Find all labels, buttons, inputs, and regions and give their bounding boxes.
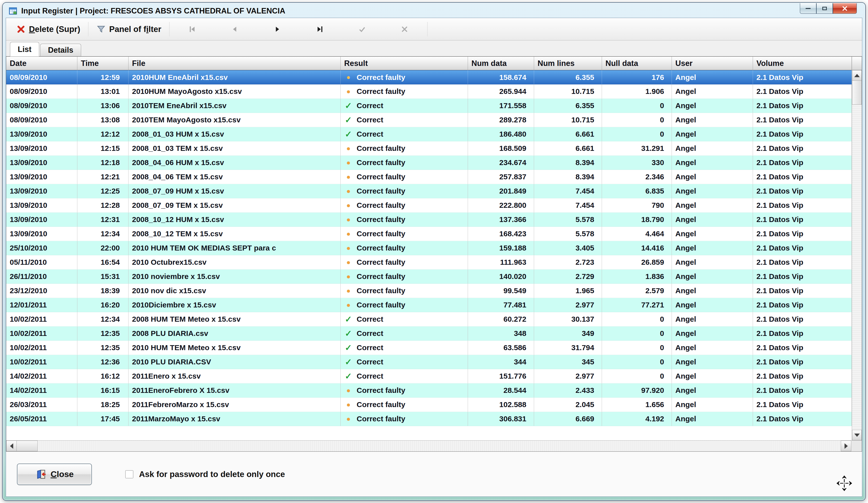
column-header-user[interactable]: User: [672, 57, 753, 70]
column-header-null-data[interactable]: Null data: [602, 57, 672, 70]
column-header-num-lines[interactable]: Num lines: [534, 57, 602, 70]
horizontal-scroll-thumb[interactable]: [17, 441, 38, 451]
column-header-file[interactable]: File: [128, 57, 341, 70]
table-row[interactable]: 13/09/2010 12:34 2008_10_12 TEM x 15.csv…: [6, 227, 852, 241]
panel-of-filter-button[interactable]: Panel of filter: [90, 20, 168, 39]
scroll-down-button[interactable]: [852, 430, 862, 440]
table-row[interactable]: 14/02/2011 16:12 2011Enero x 15.csv ✓ Co…: [6, 369, 852, 383]
cell-file: 2010TEM MayoAgosto x15.csv: [128, 113, 341, 127]
delete-icon: [17, 25, 25, 34]
table-row[interactable]: 08/09/2010 12:59 2010HUM EneAbril x15.cs…: [6, 70, 852, 84]
delete-button[interactable]: Delete (Supr): [10, 20, 86, 39]
cell-volume: 2.1 Datos Vip: [753, 255, 852, 270]
result-status-icon: ●: [344, 301, 353, 309]
tab-list[interactable]: List: [10, 42, 39, 57]
table-row[interactable]: 08/09/2010 13:08 2010TEM MayoAgosto x15.…: [6, 113, 852, 127]
maximize-icon: [822, 7, 827, 10]
table-row[interactable]: 08/09/2010 13:01 2010HUM MayoAgosto x15.…: [6, 84, 852, 99]
delete-button-label: Delete (Supr): [29, 24, 80, 34]
table-row[interactable]: 13/09/2010 12:21 2008_04_06 TEM x 15.csv…: [6, 170, 852, 184]
table-row[interactable]: 13/09/2010 12:31 2008_10_12 HUM x 15.csv…: [6, 212, 852, 227]
table-row[interactable]: 25/10/2010 22:00 2010 HUM TEM OK MEDIAS …: [6, 241, 852, 255]
horizontal-scroll-track[interactable]: [38, 441, 841, 451]
result-text: Correct: [356, 372, 383, 380]
table-row[interactable]: 23/12/2010 18:39 2010 nov dic x15.csv ● …: [6, 284, 852, 298]
cell-volume: 2.1 Datos Vip: [753, 298, 852, 312]
cell-file: 2010 Octubrex15.csv: [128, 255, 341, 270]
cell-num-lines: 6.669: [534, 412, 602, 426]
nav-first-button[interactable]: [171, 21, 214, 38]
scroll-up-button[interactable]: [852, 70, 862, 81]
cell-time: 12:21: [78, 170, 128, 184]
table-row[interactable]: 10/02/2011 12:34 2008 HUM TEM Meteo x 15…: [6, 312, 852, 326]
cell-num-lines: 3.405: [534, 241, 602, 255]
cell-date: 14/02/2011: [6, 383, 78, 398]
nav-edit-button[interactable]: [341, 21, 383, 38]
cell-result: ● Correct faulty: [341, 241, 468, 255]
table-row[interactable]: 08/09/2010 13:06 2010TEM EneAbril x15.cs…: [6, 99, 852, 113]
close-button[interactable]: Close: [17, 464, 92, 485]
table-row[interactable]: 13/09/2010 12:15 2008_01_03 TEM x 15.csv…: [6, 141, 852, 155]
cell-date: 13/09/2010: [6, 212, 78, 227]
table-row[interactable]: 13/09/2010 12:18 2008_04_06 HUM x 15.csv…: [6, 155, 852, 170]
nav-next-button[interactable]: [256, 21, 299, 38]
move-handle[interactable]: [835, 474, 854, 493]
close-button-label: Close: [51, 469, 74, 479]
cell-num-lines: 31.794: [534, 341, 602, 355]
column-header-result[interactable]: Result: [341, 57, 468, 70]
table-row[interactable]: 10/02/2011 12:36 2010 PLU DIARIA.CSV ✓ C…: [6, 355, 852, 369]
scroll-right-button[interactable]: [841, 441, 851, 451]
table-row[interactable]: 13/09/2010 12:28 2008_07_09 TEM x 15.csv…: [6, 198, 852, 212]
arrow-left-icon: [10, 443, 13, 449]
nav-last-button[interactable]: [299, 21, 341, 38]
table-row[interactable]: 05/11/2010 16:54 2010 Octubrex15.csv ● C…: [6, 255, 852, 270]
table-row[interactable]: 26/05/2011 17:45 2011MarzoMayo x 15.csv …: [6, 412, 852, 426]
password-checkbox-label: Ask for password to delete only once: [139, 470, 285, 479]
cell-user: Angel: [672, 341, 753, 355]
cell-user: Angel: [672, 284, 753, 298]
cell-file: 2010TEM EneAbril x15.csv: [128, 99, 341, 113]
cell-date: 08/09/2010: [6, 70, 78, 84]
table-row[interactable]: 10/02/2011 12:35 2010 HUM TEM Meteo x 15…: [6, 341, 852, 355]
table-row[interactable]: 26/11/2010 15:31 2010 noviembre x 15.csv…: [6, 270, 852, 284]
result-status-icon: ●: [344, 244, 353, 252]
table-row[interactable]: 13/09/2010 12:12 2008_01_03 HUM x 15.csv…: [6, 127, 852, 141]
vertical-scroll-thumb[interactable]: [852, 81, 862, 105]
result-text: Correct faulty: [356, 173, 405, 181]
column-header-num-data[interactable]: Num data: [468, 57, 534, 70]
result-status-icon: ●: [344, 259, 353, 266]
table-row[interactable]: 12/01/2011 16:20 2010Diciembre x 15.csv …: [6, 298, 852, 312]
cell-result: ● Correct faulty: [341, 184, 468, 198]
minimize-button[interactable]: [800, 3, 816, 14]
maximize-button[interactable]: [816, 3, 833, 14]
table-row[interactable]: 26/03/2011 18:25 2011FebreroMarzo x 15.c…: [6, 398, 852, 412]
cell-result: ✓ Correct: [341, 113, 468, 127]
scroll-left-button[interactable]: [6, 441, 17, 451]
close-window-button[interactable]: [833, 3, 857, 14]
cell-date: 08/09/2010: [6, 113, 78, 127]
arrow-right-icon: [845, 443, 848, 449]
table-row[interactable]: 10/02/2011 12:35 2008 PLU DIARIA.csv ✓ C…: [6, 326, 852, 341]
cell-num-lines: 8.394: [534, 155, 602, 170]
vertical-scroll-track[interactable]: [852, 105, 862, 430]
result-text: Correct faulty: [356, 201, 405, 210]
nav-cancel-button[interactable]: [383, 21, 426, 38]
password-checkbox[interactable]: [125, 470, 133, 478]
toolbar: Delete (Supr) Panel of filter: [6, 18, 862, 40]
column-header-volume[interactable]: Volume: [753, 57, 852, 70]
cell-user: Angel: [672, 113, 753, 127]
tab-details[interactable]: Details: [40, 44, 81, 56]
column-header-time[interactable]: Time: [78, 57, 128, 70]
table-row[interactable]: 13/09/2010 12:25 2008_07_09 HUM x 15.csv…: [6, 184, 852, 198]
cell-volume: 2.1 Datos Vip: [753, 355, 852, 369]
nav-prior-button[interactable]: [214, 21, 256, 38]
cell-user: Angel: [672, 141, 753, 155]
cell-volume: 2.1 Datos Vip: [753, 184, 852, 198]
table-row[interactable]: 14/02/2011 16:15 2011EneroFebrero X 15.c…: [6, 383, 852, 398]
column-header-date[interactable]: Date: [6, 57, 78, 70]
cell-user: Angel: [672, 326, 753, 341]
title-bar[interactable]: Input Register | Project: FRESCOES ABSYS…: [6, 4, 862, 18]
cell-volume: 2.1 Datos Vip: [753, 241, 852, 255]
cell-num-lines: 10.715: [534, 113, 602, 127]
cell-num-data: 171.558: [468, 99, 534, 113]
